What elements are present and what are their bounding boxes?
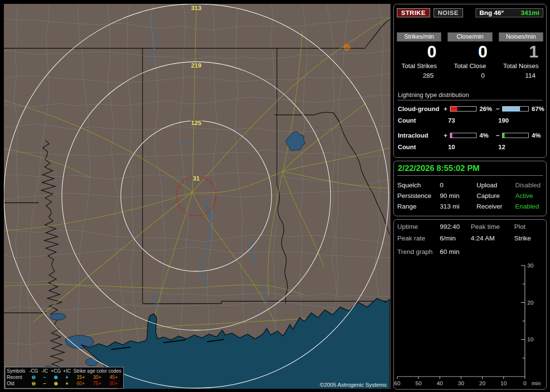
- strikes-per-min-value: 0: [397, 43, 441, 61]
- minus-sign: −: [496, 105, 502, 112]
- squelch-label: Squelch: [397, 182, 440, 189]
- close-per-min-button[interactable]: Close/min: [448, 32, 492, 42]
- age-code-15: 15+: [72, 374, 89, 380]
- intracloud-plus-bar: [450, 133, 477, 138]
- plus-cg-recent-icon: ⊕: [50, 374, 61, 380]
- ring-label-219: 219: [191, 62, 202, 69]
- strikes-per-min-button[interactable]: Strikes/min: [397, 32, 441, 42]
- plot-mode-value: Strike: [514, 235, 543, 242]
- noise-toggle-button[interactable]: NOISE: [434, 8, 463, 17]
- receiver-status: Enabled: [515, 203, 543, 210]
- bearing-label: Bng 46°: [479, 9, 504, 16]
- peak-time-value: 4:24 AM: [471, 235, 514, 242]
- legend-col-ncg: -CG: [28, 368, 39, 374]
- peak-rate-value: 6/min: [440, 235, 471, 242]
- svg-text:40: 40: [437, 380, 443, 386]
- range-label: Range: [397, 203, 440, 210]
- intracloud-label: Intracloud: [398, 132, 444, 139]
- plot-label: Plot: [514, 223, 543, 230]
- svg-text:20: 20: [527, 300, 534, 306]
- age-code-60: 60+: [72, 380, 89, 387]
- legend-symbols-header: Symbols: [7, 368, 28, 374]
- strike-stats-panel: STRIKE NOISE Bng 46° 341mi Strikes/min 0…: [393, 4, 547, 158]
- intracloud-plus-count: 10: [444, 143, 497, 151]
- strike-symbol-plus-cg: [344, 44, 350, 51]
- age-code-90: 90+: [105, 380, 122, 387]
- uptime-label: Uptime: [397, 223, 440, 230]
- plus-cg-old-icon: ⊕: [50, 380, 61, 387]
- trend-graph: 1020306050403020100min: [393, 262, 544, 388]
- legend-col-nic: -IC: [39, 368, 50, 374]
- intracloud-minus-count: 12: [497, 143, 542, 151]
- ring-label-313: 313: [191, 4, 202, 12]
- svg-text:10: 10: [527, 336, 534, 342]
- plus-sign: +: [444, 105, 450, 112]
- minus-sign: −: [496, 132, 502, 139]
- persistence-value: 90 min: [440, 192, 477, 199]
- minus-ic-recent-icon: −: [39, 374, 50, 380]
- total-noises-label: Total Noises: [499, 62, 543, 70]
- total-close-value: 0: [448, 72, 492, 79]
- trend-graph-label: Trend graph: [397, 248, 440, 255]
- minus-cg-old-icon: ⊖: [28, 380, 39, 387]
- trend-graph-window: 60 min: [440, 248, 543, 255]
- age-code-75: 75+: [89, 380, 105, 387]
- intracloud-minus-pct: 4%: [529, 132, 542, 139]
- bearing-display: Bng 46° 341mi: [476, 8, 543, 17]
- total-noises-value: 114: [499, 72, 543, 79]
- close-per-min-column: Close/min 0 Total Close 0: [448, 32, 492, 79]
- strike-toggle-button[interactable]: STRIKE: [397, 8, 430, 17]
- cloud-ground-label: Cloud-ground: [398, 105, 444, 112]
- close-per-min-value: 0: [448, 43, 492, 61]
- capture-label: Capture: [477, 192, 515, 199]
- svg-text:30: 30: [527, 263, 534, 268]
- peak-time-label: Peak time: [471, 223, 514, 230]
- legend-row-old-label: Old: [7, 380, 28, 387]
- capture-status: Active: [515, 192, 543, 199]
- intracloud-minus-bar: [502, 133, 529, 138]
- total-strikes-label: Total Strikes: [397, 62, 441, 70]
- squelch-value: 0: [440, 182, 477, 189]
- age-code-45: 45+: [105, 374, 122, 380]
- count-label: Count: [398, 143, 444, 151]
- upload-label: Upload: [477, 182, 515, 189]
- range-value: 313 mi: [440, 203, 477, 210]
- cloud-ground-plus-pct: 26%: [477, 105, 496, 112]
- svg-text:60: 60: [394, 380, 401, 386]
- minus-cg-recent-icon: ⊖: [28, 374, 39, 380]
- intracloud-plus-pct: 4%: [477, 132, 496, 139]
- cloud-ground-minus-bar: [502, 106, 529, 112]
- copyright-text: ©2005 Astrogenic Systems: [320, 382, 387, 388]
- receiver-label: Receiver: [477, 203, 515, 210]
- persistence-label: Persistence: [397, 192, 440, 199]
- svg-text:20: 20: [479, 380, 486, 386]
- plus-ic-recent-icon: +: [61, 374, 72, 380]
- map-canvas: 313 219 125 31 ©2005 Astrogenic Systems: [4, 4, 391, 389]
- legend-col-pic: +IC: [61, 368, 72, 374]
- ring-label-31: 31: [193, 175, 200, 182]
- status-panel: 2/22/2026 8:55:02 PM Squelch 0 Upload Di…: [393, 161, 547, 216]
- ring-label-125: 125: [191, 119, 202, 126]
- total-close-label: Total Close: [448, 62, 492, 70]
- plus-ic-old-icon: +: [61, 380, 72, 387]
- strikes-per-min-column: Strikes/min 0 Total Strikes 285: [397, 32, 441, 79]
- noises-per-min-column: Noises/min 1 Total Noises 114: [499, 32, 543, 79]
- total-strikes-value: 285: [397, 72, 441, 79]
- cloud-ground-plus-count: 73: [444, 117, 497, 124]
- cloud-ground-minus-count: 190: [497, 117, 542, 124]
- plus-sign: +: [444, 132, 450, 139]
- count-label: Count: [398, 117, 444, 124]
- noises-per-min-button[interactable]: Noises/min: [499, 32, 543, 42]
- datetime-display: 2/22/2026 8:55:02 PM: [397, 163, 543, 176]
- upload-status: Disabled: [515, 182, 543, 189]
- minus-ic-old-icon: −: [39, 380, 50, 387]
- trend-graph-canvas: 1020306050403020100min: [393, 262, 544, 388]
- peak-rate-label: Peak rate: [397, 235, 440, 242]
- age-code-30: 30+: [89, 374, 105, 380]
- map-legend: Symbols -CG -IC +CG +IC Strike age color…: [5, 367, 124, 389]
- cloud-ground-minus-pct: 67%: [529, 105, 544, 112]
- trend-panel: Uptime 992:40 Peak time Plot Peak rate 6…: [393, 219, 547, 390]
- svg-text:10: 10: [501, 380, 507, 386]
- noises-per-min-value: 1: [499, 43, 543, 61]
- lightning-map[interactable]: 313 219 125 31 ©2005 Astrogenic Systems …: [4, 4, 391, 389]
